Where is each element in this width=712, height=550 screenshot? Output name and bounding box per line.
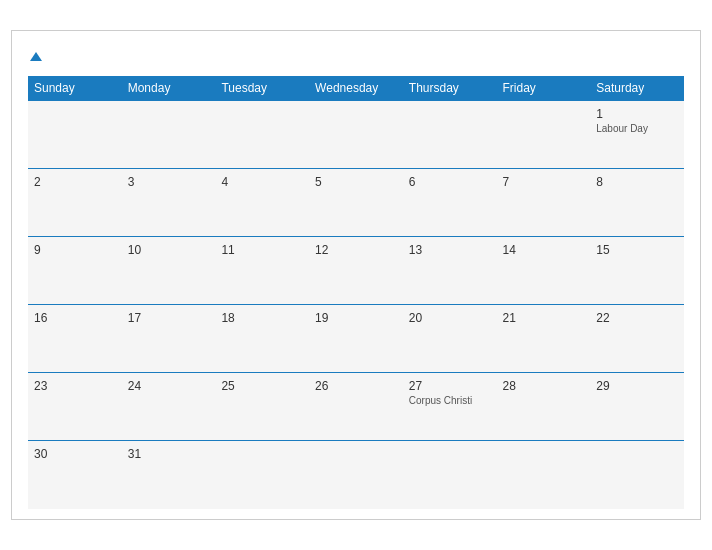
calendar-cell: 11 [215,237,309,305]
day-number: 12 [315,243,397,257]
calendar-cell: 30 [28,441,122,509]
calendar-cell: 21 [497,305,591,373]
weekday-header-row: SundayMondayTuesdayWednesdayThursdayFrid… [28,76,684,101]
calendar-cell: 16 [28,305,122,373]
day-number: 10 [128,243,210,257]
logo-triangle-icon [30,52,42,61]
day-number: 25 [221,379,303,393]
weekday-header-thursday: Thursday [403,76,497,101]
day-number: 20 [409,311,491,325]
day-number: 9 [34,243,116,257]
day-number: 1 [596,107,678,121]
calendar-cell: 10 [122,237,216,305]
calendar-cell: 13 [403,237,497,305]
day-number: 4 [221,175,303,189]
calendar-cell: 24 [122,373,216,441]
calendar-cell [403,101,497,169]
weekday-header-tuesday: Tuesday [215,76,309,101]
holiday-label: Labour Day [596,123,678,134]
day-number: 27 [409,379,491,393]
calendar-grid: SundayMondayTuesdayWednesdayThursdayFrid… [28,76,684,509]
calendar-cell: 14 [497,237,591,305]
day-number: 13 [409,243,491,257]
calendar-cell [497,101,591,169]
day-number: 2 [34,175,116,189]
day-number: 30 [34,447,116,461]
calendar-cell [122,101,216,169]
calendar-cell: 18 [215,305,309,373]
calendar-cell: 8 [590,169,684,237]
weekday-header-saturday: Saturday [590,76,684,101]
week-row-3: 9101112131415 [28,237,684,305]
week-row-6: 3031 [28,441,684,509]
calendar-cell: 12 [309,237,403,305]
calendar-container: SundayMondayTuesdayWednesdayThursdayFrid… [11,30,701,519]
day-number: 29 [596,379,678,393]
day-number: 26 [315,379,397,393]
calendar-cell: 4 [215,169,309,237]
calendar-cell: 9 [28,237,122,305]
week-row-5: 2324252627Corpus Christi2829 [28,373,684,441]
day-number: 16 [34,311,116,325]
calendar-cell: 7 [497,169,591,237]
calendar-cell: 31 [122,441,216,509]
calendar-cell [215,441,309,509]
calendar-cell: 29 [590,373,684,441]
day-number: 14 [503,243,585,257]
calendar-cell [497,441,591,509]
calendar-cell [28,101,122,169]
calendar-cell: 1Labour Day [590,101,684,169]
day-number: 18 [221,311,303,325]
weekday-header-wednesday: Wednesday [309,76,403,101]
calendar-cell [215,101,309,169]
calendar-cell: 15 [590,237,684,305]
calendar-cell [590,441,684,509]
day-number: 22 [596,311,678,325]
holiday-label: Corpus Christi [409,395,491,406]
calendar-cell: 3 [122,169,216,237]
calendar-cell: 25 [215,373,309,441]
day-number: 28 [503,379,585,393]
calendar-body: 1Labour Day23456789101112131415161718192… [28,101,684,509]
week-row-1: 1Labour Day [28,101,684,169]
calendar-header-row: SundayMondayTuesdayWednesdayThursdayFrid… [28,76,684,101]
day-number: 15 [596,243,678,257]
calendar-cell: 2 [28,169,122,237]
calendar-cell: 23 [28,373,122,441]
day-number: 24 [128,379,210,393]
day-number: 17 [128,311,210,325]
day-number: 8 [596,175,678,189]
day-number: 19 [315,311,397,325]
weekday-header-friday: Friday [497,76,591,101]
calendar-cell [309,441,403,509]
logo-line1 [28,47,42,64]
calendar-cell: 27Corpus Christi [403,373,497,441]
weekday-header-sunday: Sunday [28,76,122,101]
day-number: 21 [503,311,585,325]
day-number: 23 [34,379,116,393]
week-row-2: 2345678 [28,169,684,237]
week-row-4: 16171819202122 [28,305,684,373]
weekday-header-monday: Monday [122,76,216,101]
logo [28,47,42,64]
day-number: 6 [409,175,491,189]
calendar-cell: 19 [309,305,403,373]
calendar-cell: 20 [403,305,497,373]
day-number: 11 [221,243,303,257]
day-number: 7 [503,175,585,189]
calendar-cell [309,101,403,169]
calendar-cell: 22 [590,305,684,373]
calendar-cell: 17 [122,305,216,373]
day-number: 5 [315,175,397,189]
calendar-cell: 28 [497,373,591,441]
calendar-cell [403,441,497,509]
calendar-header [28,47,684,64]
day-number: 3 [128,175,210,189]
calendar-cell: 26 [309,373,403,441]
calendar-cell: 6 [403,169,497,237]
calendar-cell: 5 [309,169,403,237]
day-number: 31 [128,447,210,461]
